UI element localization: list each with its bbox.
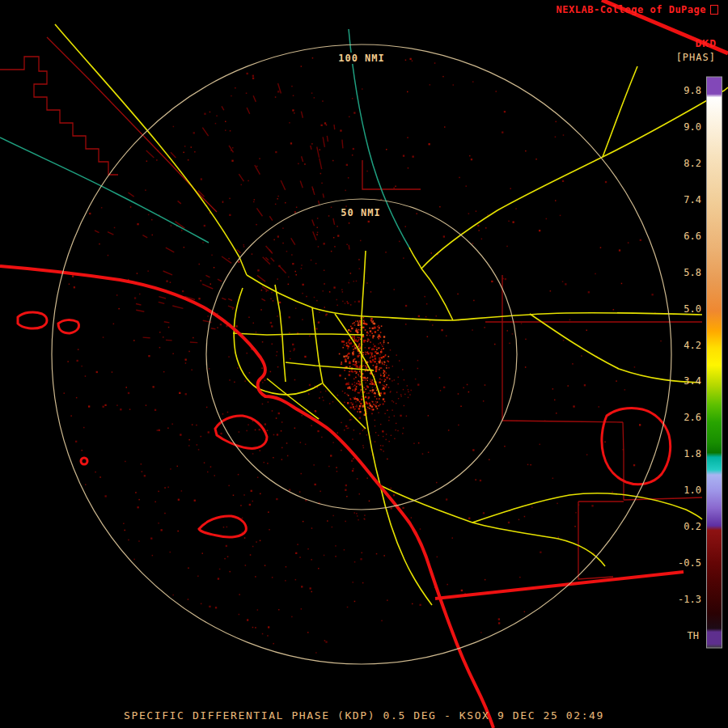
- colorbar-tick-label: 1.8: [684, 448, 701, 459]
- units-label: [PHAS]: [676, 52, 716, 63]
- colorbar-tick-label: 9.0: [684, 121, 701, 133]
- county-borders-layer: [0, 37, 702, 579]
- range-ring-50nmi-label: 50 NMI: [338, 207, 383, 218]
- radar-echo-layer: [64, 53, 662, 654]
- colorbar-tick-label: -0.5: [678, 557, 701, 569]
- range-ring-100nmi-label: 100 NMI: [336, 53, 387, 64]
- radar-display: NEXLAB-College of DuPage DKD [PHAS] 9.89…: [0, 0, 728, 728]
- colorbar-tick-label: 3.4: [684, 375, 701, 387]
- threshold-label: TH: [688, 630, 699, 641]
- catalina-island: [215, 416, 267, 448]
- colorbar-tick-label: 5.0: [684, 303, 701, 315]
- product-code-label: DKD: [696, 37, 717, 49]
- colorbar-tick-label: 4.2: [684, 340, 701, 351]
- colorbar-tick-label: 2.6: [684, 412, 701, 423]
- colorbar-tick-label: 7.4: [684, 194, 701, 205]
- san-clemente-island: [199, 516, 246, 537]
- nexlab-brand-text: NEXLAB-College of DuPage: [557, 4, 706, 15]
- small-island-3: [81, 458, 87, 464]
- coastline-layer: [0, 0, 728, 728]
- colorbar: [707, 77, 722, 648]
- cod-logo-icon: [710, 5, 718, 15]
- highway-lines-layer: [55, 24, 728, 605]
- radar-map: [0, 0, 728, 728]
- colorbar-tick-label: 1.0: [684, 485, 701, 496]
- colorbar-tick-label: -1.3: [678, 594, 701, 605]
- colorbar-tick-label: 6.6: [684, 231, 701, 242]
- small-island-1: [18, 312, 47, 328]
- international-border-line: [435, 572, 684, 599]
- product-caption: SPECIFIC DIFFERENTIAL PHASE (KDP) 0.5 DE…: [124, 709, 604, 722]
- lake-outline: [602, 408, 671, 484]
- small-island-2: [58, 320, 79, 333]
- colorbar-tick-label: 9.8: [684, 85, 701, 96]
- colorbar-tick-label: 5.8: [684, 267, 701, 278]
- header-brand-row: NEXLAB-College of DuPage: [557, 4, 718, 15]
- colorbar-tick-label: 8.2: [684, 158, 701, 169]
- colorbar-tick-label: 0.2: [684, 521, 701, 532]
